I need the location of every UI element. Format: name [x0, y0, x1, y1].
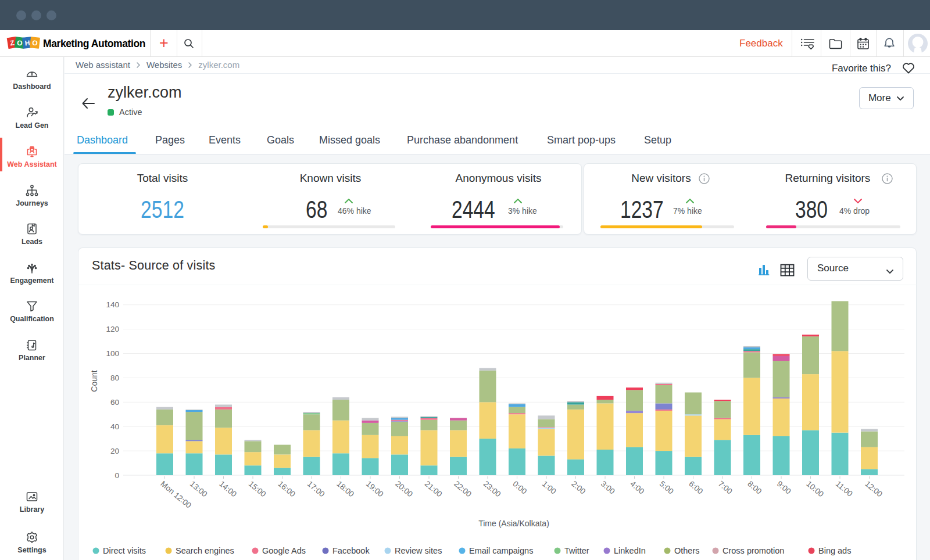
svg-text:7:00: 7:00: [717, 479, 734, 496]
svg-text:3:00: 3:00: [599, 479, 617, 496]
svg-text:16:00: 16:00: [276, 479, 297, 498]
svg-text:Direct visits: Direct visits: [103, 546, 146, 555]
svg-text:Bing ads: Bing ads: [818, 546, 851, 555]
svg-text:Mon 12:00: Mon 12:00: [159, 479, 193, 509]
svg-text:17:00: 17:00: [306, 479, 327, 498]
svg-text:120: 120: [106, 325, 119, 333]
svg-text:10:00: 10:00: [804, 479, 825, 498]
svg-text:11:00: 11:00: [834, 479, 854, 498]
svg-text:Email campaigns: Email campaigns: [469, 546, 533, 555]
svg-text:0:00: 0:00: [511, 479, 528, 496]
svg-text:23:00: 23:00: [482, 479, 503, 498]
svg-text:Facebook: Facebook: [332, 546, 370, 555]
svg-text:9:00: 9:00: [775, 479, 793, 496]
svg-text:1:00: 1:00: [541, 479, 558, 496]
svg-text:Search engines: Search engines: [176, 546, 234, 555]
svg-text:20:00: 20:00: [394, 479, 414, 498]
svg-text:5:00: 5:00: [658, 479, 675, 496]
svg-text:19:00: 19:00: [364, 479, 385, 498]
svg-text:Twitter: Twitter: [564, 546, 589, 555]
svg-text:Cross promotion: Cross promotion: [722, 546, 784, 555]
svg-text:60: 60: [110, 398, 119, 407]
svg-text:LinkedIn: LinkedIn: [614, 546, 646, 555]
svg-text:4:00: 4:00: [628, 479, 646, 496]
svg-text:15:00: 15:00: [247, 479, 268, 498]
svg-text:Others: Others: [674, 546, 700, 555]
svg-text:Review sites: Review sites: [395, 546, 442, 555]
svg-text:8:00: 8:00: [746, 479, 763, 496]
svg-text:80: 80: [110, 374, 119, 382]
svg-text:6:00: 6:00: [687, 479, 704, 496]
svg-text:14:00: 14:00: [217, 479, 238, 498]
svg-text:Google Ads: Google Ads: [262, 546, 306, 555]
svg-text:22:00: 22:00: [452, 479, 473, 498]
svg-text:21:00: 21:00: [423, 479, 444, 498]
svg-text:12:00: 12:00: [863, 479, 884, 498]
svg-text:Count: Count: [90, 370, 99, 392]
svg-text:13:00: 13:00: [188, 479, 209, 498]
svg-text:140: 140: [106, 300, 119, 309]
svg-text:2:00: 2:00: [570, 479, 587, 496]
svg-text:Time (Asia/Kolkata): Time (Asia/Kolkata): [478, 519, 549, 528]
svg-text:18:00: 18:00: [335, 479, 356, 498]
svg-text:100: 100: [106, 349, 119, 358]
svg-text:0: 0: [115, 471, 119, 480]
svg-text:20: 20: [110, 447, 119, 455]
svg-text:40: 40: [110, 422, 119, 431]
